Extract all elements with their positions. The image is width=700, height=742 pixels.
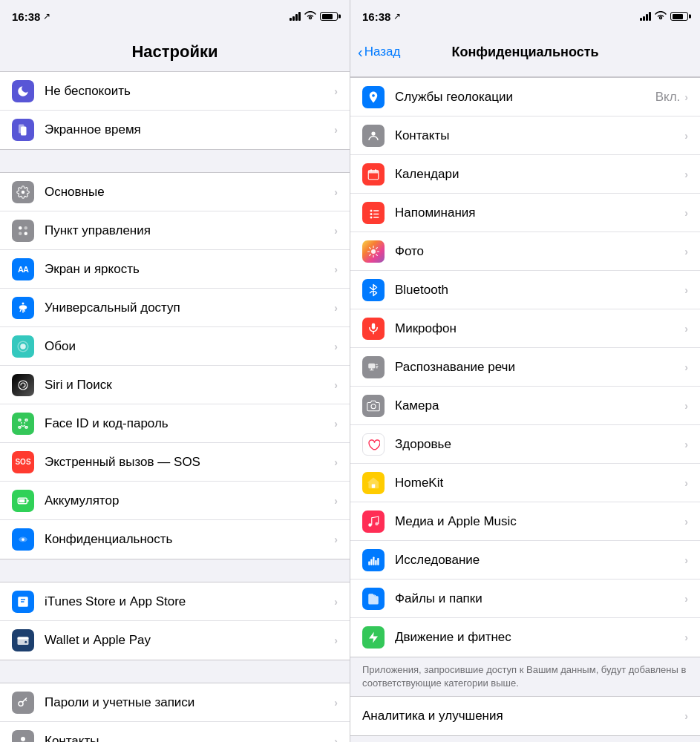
privacy-item-photos[interactable]: Фото › [350, 232, 700, 271]
svg-point-8 [20, 344, 26, 349]
media-icon [362, 510, 385, 533]
files-icon [362, 588, 385, 610]
itunes-icon [12, 591, 34, 613]
settings-item-privacy[interactable]: Конфиденциальность › [0, 520, 350, 559]
settings-list-left[interactable]: Не беспокоить › Экранное время › Основны… [0, 71, 350, 742]
svg-rect-43 [368, 561, 370, 565]
privacy-item-reminders[interactable]: Напоминания › [350, 194, 700, 232]
privacy-item-contacts[interactable]: Контакты › [350, 116, 700, 155]
settings-item-contacts2[interactable]: Контакты › [0, 722, 350, 742]
privacy-item-calendars[interactable]: Календари › [350, 155, 700, 194]
chevron-photos: › [684, 246, 688, 257]
settings-item-screen-time[interactable]: Экранное время › [0, 111, 350, 149]
divider-2 [0, 559, 350, 582]
settings-item-display[interactable]: AA Экран и яркость › [0, 250, 350, 289]
chevron-siri: › [334, 379, 338, 391]
settings-item-battery[interactable]: Аккумулятор › [0, 482, 350, 520]
section-2: Основные › Пункт управления › AA Экран и… [0, 172, 350, 559]
svg-rect-10 [19, 419, 21, 421]
chevron-general: › [334, 186, 338, 198]
back-button[interactable]: ‹ Назад [358, 44, 400, 61]
privacy-item-location[interactable]: Службы геолокации Вкл. › [350, 78, 700, 116]
settings-item-general[interactable]: Основные › [0, 173, 350, 211]
settings-item-passwords[interactable]: Пароли и учетные записи › [0, 683, 350, 722]
back-label: Назад [364, 45, 401, 59]
homekit-label: HomeKit [395, 476, 684, 490]
sos-icon: SOS [12, 451, 34, 473]
settings-item-control-center[interactable]: Пункт управления › [0, 211, 350, 250]
page-title-left: Настройки [131, 42, 217, 62]
svg-point-9 [19, 381, 27, 390]
control-center-icon [12, 220, 34, 242]
settings-item-sos[interactable]: SOS Экстренный вызов — SOS › [0, 443, 350, 482]
chevron-faceid: › [334, 418, 338, 430]
chevron-homekit: › [684, 477, 688, 489]
privacy-item-files[interactable]: Файлы и папки › [350, 580, 700, 618]
section-1: Не беспокоить › Экранное время › [0, 71, 350, 150]
microphone-label: Микрофон [395, 321, 684, 336]
privacy-section-bottom: Аналитика и улучшения › [350, 696, 700, 736]
siri-icon [12, 374, 34, 396]
general-label: Основные [45, 185, 334, 200]
signal-icon-right [640, 12, 651, 21]
privacy-icon [12, 528, 34, 551]
top-separator [350, 71, 700, 77]
microphone-icon [362, 318, 385, 340]
privacy-item-speech[interactable]: Распознавание речи › [350, 348, 700, 387]
photos-icon [362, 240, 385, 263]
privacy-list[interactable]: Службы геолокации Вкл. › Контакты › Кале… [350, 77, 700, 742]
chevron-battery: › [334, 495, 338, 507]
chevron-speech: › [684, 361, 688, 373]
svg-point-24 [371, 131, 375, 135]
privacy-item-bluetooth[interactable]: Bluetooth › [350, 271, 700, 309]
privacy-item-media[interactable]: Медиа и Apple Music › [350, 502, 700, 541]
privacy-item-microphone[interactable]: Микрофон › [350, 309, 700, 348]
chevron-health: › [684, 439, 688, 450]
speech-label: Распознавание речи [395, 360, 684, 375]
privacy-item-camera[interactable]: Камера › [350, 387, 700, 425]
svg-point-30 [370, 213, 373, 215]
svg-rect-46 [375, 560, 376, 565]
chevron-passwords: › [334, 697, 338, 709]
settings-item-siri[interactable]: Siri и Поиск › [0, 366, 350, 404]
signal-icon-left [290, 12, 301, 21]
settings-item-faceid[interactable]: Face ID и код-пароль › [0, 404, 350, 443]
status-time-right: 16:38 [362, 10, 390, 23]
privacy-item-analytics[interactable]: Аналитика и улучшения › [350, 697, 700, 735]
settings-item-accessibility[interactable]: Универсальный доступ › [0, 289, 350, 327]
faceid-icon [12, 413, 34, 435]
chevron-location: › [684, 91, 688, 103]
svg-rect-44 [370, 559, 372, 565]
reminders-icon [362, 202, 385, 224]
chevron-sos: › [334, 456, 338, 468]
screen-time-icon [12, 119, 34, 141]
svg-rect-45 [373, 556, 374, 565]
privacy-item-homekit[interactable]: HomeKit › [350, 464, 700, 502]
privacy-item-motion[interactable]: Движение и фитнес › [350, 618, 700, 657]
accessibility-label: Универсальный доступ [45, 301, 334, 315]
privacy-item-health[interactable]: Здоровье › [350, 425, 700, 464]
svg-point-18 [22, 538, 24, 541]
svg-rect-12 [19, 426, 21, 427]
svg-rect-13 [25, 426, 27, 427]
camera-label: Камера [395, 398, 684, 413]
settings-item-itunes[interactable]: iTunes Store и App Store › [0, 582, 350, 621]
svg-point-42 [375, 522, 379, 525]
nav-header-right: ‹ Назад Конфиденциальность [350, 33, 700, 71]
do-not-disturb-label: Не беспокоить [45, 84, 334, 99]
chevron-screen-time: › [334, 124, 338, 136]
settings-item-wallet[interactable]: Wallet и Apple Pay › [0, 621, 350, 660]
chevron-files: › [684, 593, 688, 605]
reminders-label: Напоминания [395, 206, 684, 220]
chevron-reminders: › [684, 207, 688, 219]
passwords-label: Пароли и учетные записи [45, 695, 334, 710]
itunes-label: iTunes Store и App Store [45, 594, 334, 609]
health-label: Здоровье [395, 437, 684, 452]
faceid-label: Face ID и код-пароль [45, 416, 334, 431]
svg-rect-1 [21, 127, 27, 136]
display-icon: AA [12, 258, 34, 280]
camera-icon [362, 395, 385, 417]
privacy-item-research[interactable]: Исследование › [350, 541, 700, 580]
settings-item-do-not-disturb[interactable]: Не беспокоить › [0, 72, 350, 111]
settings-item-wallpaper[interactable]: Обои › [0, 327, 350, 366]
